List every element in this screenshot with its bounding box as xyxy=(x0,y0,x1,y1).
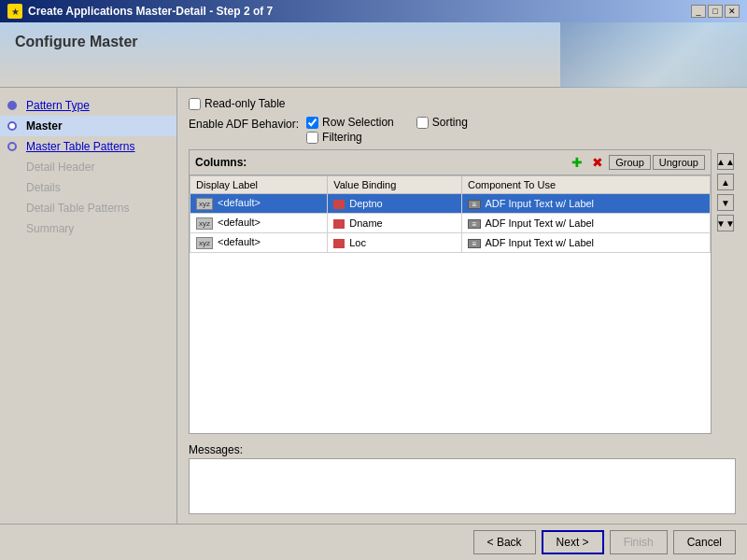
columns-header: Columns: ✚ ✖ Group Ungroup xyxy=(190,150,711,175)
columns-table: Display Label Value Binding Component To… xyxy=(190,175,711,253)
messages-label: Messages: xyxy=(189,443,736,456)
table-container: Display Label Value Binding Component To… xyxy=(190,175,711,433)
bottom-bar: < Back Next > Finish Cancel xyxy=(0,524,747,560)
row-selection-label[interactable]: Row Selection xyxy=(306,116,394,129)
cell-component-2: ≡ ADF Input Text w/ Label xyxy=(462,214,711,233)
cancel-button[interactable]: Cancel xyxy=(673,530,736,554)
cell-binding-2: Dname xyxy=(328,214,462,233)
adf-behavior-section: Enable ADF Behavior: Row Selection Sorti… xyxy=(189,116,736,144)
adf-behavior-label: Enable ADF Behavior: xyxy=(189,116,299,131)
window-title: Create Applications Master-Detail - Step… xyxy=(28,5,273,18)
finish-button[interactable]: Finish xyxy=(610,530,668,554)
content-area: Pattern Type Master Master Table Pattern… xyxy=(0,88,747,524)
back-button[interactable]: < Back xyxy=(473,530,536,554)
sidebar-item-details: Details xyxy=(0,177,176,198)
app-icon: ★ xyxy=(7,4,22,19)
readonly-row: Read-only Table xyxy=(189,97,736,110)
page-title: Configure Master xyxy=(15,34,732,50)
adf-row-2: Filtering xyxy=(306,131,468,144)
main-panel: Read-only Table Enable ADF Behavior: Row… xyxy=(177,88,747,524)
nav-dot-pattern-type xyxy=(7,101,17,110)
scroll-top-button[interactable]: ▲▲ xyxy=(717,153,734,170)
scroll-down-button[interactable]: ▼ xyxy=(717,194,734,211)
filtering-checkbox[interactable] xyxy=(306,132,318,144)
sidebar-item-detail-header: Detail Header xyxy=(0,157,176,177)
group-button[interactable]: Group xyxy=(609,155,651,170)
sidebar-item-master[interactable]: Master xyxy=(0,116,176,136)
columns-label: Columns: xyxy=(195,156,247,169)
table-row[interactable]: xyz <default> Deptno ≡ xyxy=(190,194,711,214)
table-row[interactable]: xyz <default> Dname ≡ A xyxy=(190,214,711,233)
sorting-label[interactable]: Sorting xyxy=(416,116,468,129)
nav-dot-master xyxy=(7,121,17,131)
columns-actions: ✚ ✖ Group Ungroup xyxy=(568,153,705,172)
messages-box xyxy=(189,458,736,514)
maximize-button[interactable]: □ xyxy=(708,5,723,18)
scroll-bottom-button[interactable]: ▼▼ xyxy=(717,215,734,231)
sidebar-item-summary: Summary xyxy=(0,218,176,239)
cell-display-2: xyz <default> xyxy=(190,214,328,233)
cell-display-3: xyz <default> xyxy=(190,233,328,253)
adf-checks: Row Selection Sorting Filtering xyxy=(306,116,468,144)
component-icon-1: ≡ xyxy=(468,200,481,209)
window-controls[interactable]: _ □ ✕ xyxy=(691,5,740,18)
scroll-up-button[interactable]: ▲ xyxy=(717,174,734,190)
sorting-checkbox[interactable] xyxy=(416,117,429,129)
col-header-value-binding: Value Binding xyxy=(328,176,462,194)
cell-binding-1: Deptno xyxy=(328,194,462,214)
binding-icon-2 xyxy=(333,219,345,229)
title-bar: ★ Create Applications Master-Detail - St… xyxy=(0,0,747,22)
cell-display-1: xyz <default> xyxy=(190,194,328,214)
col-header-display-label: Display Label xyxy=(190,176,328,194)
sidebar-item-master-table-patterns[interactable]: Master Table Patterns xyxy=(0,136,176,157)
nav-dot-master-table xyxy=(7,142,17,151)
header-area: Configure Master xyxy=(0,22,747,88)
binding-icon-1 xyxy=(333,200,345,209)
component-icon-2: ≡ xyxy=(468,219,481,229)
sidebar-item-detail-table-patterns: Detail Table Patterns xyxy=(0,198,176,218)
col-header-component: Component To Use xyxy=(462,176,711,194)
close-button[interactable]: ✕ xyxy=(725,5,740,18)
scroll-buttons: ▲▲ ▲ ▼ ▼▼ xyxy=(715,149,736,434)
adf-row-1: Row Selection Sorting xyxy=(306,116,468,129)
columns-section: Columns: ✚ ✖ Group Ungroup Displa xyxy=(189,149,712,434)
remove-column-button[interactable]: ✖ xyxy=(588,153,607,172)
table-row[interactable]: xyz <default> Loc ≡ ADF xyxy=(190,233,711,253)
header-decoration xyxy=(560,22,747,88)
ungroup-button[interactable]: Ungroup xyxy=(653,155,705,170)
sidebar-item-pattern-type[interactable]: Pattern Type xyxy=(0,95,176,116)
readonly-checkbox-label[interactable]: Read-only Table xyxy=(189,97,286,110)
main-window: Configure Master Pattern Type Master Mas… xyxy=(0,22,747,560)
messages-section: Messages: xyxy=(189,443,736,514)
row-icon-1: xyz xyxy=(196,198,213,210)
row-icon-2: xyz xyxy=(196,217,213,230)
cell-binding-3: Loc xyxy=(328,233,462,253)
minimize-button[interactable]: _ xyxy=(691,5,706,18)
next-button[interactable]: Next > xyxy=(542,530,604,554)
component-icon-3: ≡ xyxy=(468,239,481,248)
sidebar: Pattern Type Master Master Table Pattern… xyxy=(0,88,177,524)
cell-component-1: ≡ ADF Input Text w/ Label xyxy=(462,194,711,214)
cell-component-3: ≡ ADF Input Text w/ Label xyxy=(462,233,711,253)
binding-icon-3 xyxy=(333,239,345,248)
filtering-label[interactable]: Filtering xyxy=(306,131,362,144)
readonly-checkbox[interactable] xyxy=(189,98,201,110)
row-selection-checkbox[interactable] xyxy=(306,117,318,129)
add-column-button[interactable]: ✚ xyxy=(568,153,586,172)
row-icon-3: xyz xyxy=(196,237,213,249)
